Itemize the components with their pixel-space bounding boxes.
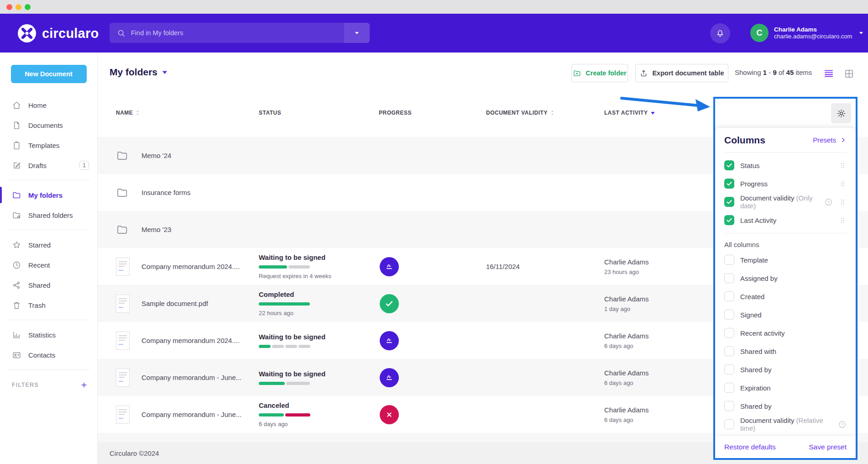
- column-header-name[interactable]: NAME: [116, 110, 140, 116]
- folder-icon: [116, 149, 129, 162]
- all-columns-label: All columns: [724, 238, 847, 251]
- column-header-progress[interactable]: PROGRESS: [379, 110, 412, 116]
- filters-label: FILTERS: [12, 382, 39, 388]
- checkbox-unchecked[interactable]: [724, 419, 734, 429]
- create-folder-button[interactable]: Create folder: [571, 64, 628, 82]
- search-options-button[interactable]: [344, 23, 370, 43]
- checkbox-unchecked[interactable]: [724, 364, 734, 374]
- column-header-document-validity[interactable]: DOCUMENT VALIDITY: [486, 110, 554, 116]
- column-option-label: Shared by: [740, 366, 771, 374]
- search-input[interactable]: Find in My folders: [110, 23, 370, 43]
- presets-link[interactable]: Presets: [813, 136, 847, 144]
- export-document-table-button[interactable]: Export document table: [635, 64, 728, 82]
- drag-handle-icon[interactable]: [839, 216, 847, 224]
- column-option-document-validity-only-date: Document validity (Only date) ?: [724, 193, 847, 211]
- save-preset-link[interactable]: Save preset: [809, 443, 847, 451]
- sidebar-divider: [7, 320, 90, 320]
- search-icon: [117, 29, 125, 37]
- status-text: Canceled: [259, 401, 310, 409]
- status-subtext: 22 hours ago: [259, 310, 310, 316]
- checkbox-unchecked[interactable]: [724, 401, 734, 411]
- completed-badge: [380, 294, 399, 313]
- grid-view-button[interactable]: [842, 68, 855, 79]
- item-icon-cell: [116, 174, 129, 211]
- activity-user: Charlie Adams: [604, 258, 649, 266]
- new-document-button[interactable]: New Document: [11, 65, 87, 83]
- checkbox-unchecked[interactable]: [724, 310, 734, 320]
- columns-panel: Columns Presets Status Progress Document…: [713, 97, 858, 460]
- checkbox-unchecked[interactable]: [724, 346, 734, 356]
- item-icon-cell: [116, 396, 130, 433]
- sidebar-item-shared[interactable]: Shared: [0, 275, 97, 295]
- sidebar-item-documents[interactable]: Documents: [0, 115, 97, 135]
- notifications-button[interactable]: [710, 23, 730, 43]
- column-header-status[interactable]: STATUS: [259, 110, 281, 116]
- column-option-template: Template: [724, 251, 847, 269]
- window-close-button[interactable]: [6, 4, 12, 10]
- sidebar-item-starred[interactable]: Starred: [0, 235, 97, 255]
- folder-icon: [116, 223, 129, 236]
- drag-handle-icon[interactable]: [839, 198, 847, 206]
- drag-handle-icon[interactable]: [839, 162, 847, 169]
- checkbox-checked[interactable]: [724, 179, 734, 189]
- sidebar-item-label: Shared folders: [28, 211, 73, 219]
- checkbox-unchecked[interactable]: [724, 255, 734, 265]
- all-columns-list: Template Assigned by Created Signed Rece…: [724, 251, 847, 452]
- page-title: My folders: [110, 67, 157, 78]
- brand-logo[interactable]: circularo: [17, 24, 99, 43]
- status-text: Waiting to be signed: [259, 333, 325, 341]
- item-name: Memo '24: [141, 137, 171, 174]
- user-menu[interactable]: C Charlie Adams charlie.adams@circularo.…: [750, 24, 865, 42]
- columns-card-header: Columns Presets: [724, 128, 847, 153]
- activity-user: Charlie Adams: [604, 369, 649, 377]
- help-icon[interactable]: ?: [824, 198, 833, 206]
- restore-defaults-link[interactable]: Restore defaults: [724, 443, 776, 451]
- column-option-label: Signed: [740, 311, 762, 319]
- checkbox-unchecked[interactable]: [724, 291, 734, 301]
- document-thumbnail-icon: [116, 332, 130, 350]
- sidebar-item-drafts[interactable]: Drafts 1: [0, 155, 97, 175]
- checkbox-unchecked[interactable]: [724, 383, 734, 393]
- columns-card: Columns Presets Status Progress Document…: [715, 128, 856, 458]
- item-icon-cell: [116, 211, 129, 248]
- folder-plus-icon: [573, 69, 581, 78]
- table-settings-button[interactable]: [831, 103, 851, 123]
- folder-title-dropdown[interactable]: My folders: [110, 67, 167, 78]
- checkbox-unchecked[interactable]: [724, 328, 734, 338]
- sidebar-item-shared-folders[interactable]: Shared folders: [0, 205, 97, 225]
- item-name: Company memorandum 2024....: [141, 248, 240, 285]
- sidebar-item-templates[interactable]: Templates: [0, 135, 97, 155]
- help-icon[interactable]: ?: [838, 420, 847, 429]
- checkbox-checked[interactable]: [724, 197, 734, 207]
- contacts-icon: [12, 350, 21, 360]
- app-window: circularo Find in My folders C Charlie A…: [0, 0, 868, 464]
- checkbox-checked[interactable]: [724, 160, 734, 170]
- item-icon-cell: [116, 359, 130, 396]
- checkbox-checked[interactable]: [724, 215, 734, 225]
- sidebar-item-label: Statistics: [28, 331, 56, 339]
- last-activity-cell: Charlie Adams 6 days ago: [604, 322, 649, 359]
- column-option-label: Document validity (Relative time): [740, 417, 831, 432]
- sidebar-nav: Home Documents Templates Drafts 1 My fol…: [0, 95, 97, 370]
- sidebar-item-recent[interactable]: Recent: [0, 255, 97, 275]
- activity-time: 6 days ago: [604, 380, 649, 386]
- sidebar-item-label: Trash: [28, 301, 46, 309]
- column-header-last-activity[interactable]: LAST ACTIVITY: [604, 110, 655, 116]
- drag-handle-icon[interactable]: [839, 180, 847, 188]
- item-name: Company memorandum 2024....: [141, 322, 240, 359]
- svg-text:?: ?: [827, 200, 830, 204]
- sidebar-item-my-folders[interactable]: My folders: [0, 185, 97, 205]
- sidebar-divider: [7, 180, 90, 180]
- add-filter-button[interactable]: [80, 381, 88, 389]
- progress-bar: [259, 413, 310, 417]
- window-minimize-button[interactable]: [16, 4, 21, 10]
- sidebar-item-statistics[interactable]: Statistics: [0, 325, 97, 345]
- sidebar-item-contacts[interactable]: Contacts: [0, 345, 97, 365]
- checkbox-unchecked[interactable]: [724, 273, 734, 283]
- folder-icon: [12, 190, 21, 200]
- sidebar-item-trash[interactable]: Trash: [0, 295, 97, 315]
- sidebar-item-home[interactable]: Home: [0, 95, 97, 115]
- column-option-label: Recent activity: [740, 329, 785, 337]
- list-view-button[interactable]: [822, 68, 835, 79]
- window-zoom-button[interactable]: [25, 4, 31, 10]
